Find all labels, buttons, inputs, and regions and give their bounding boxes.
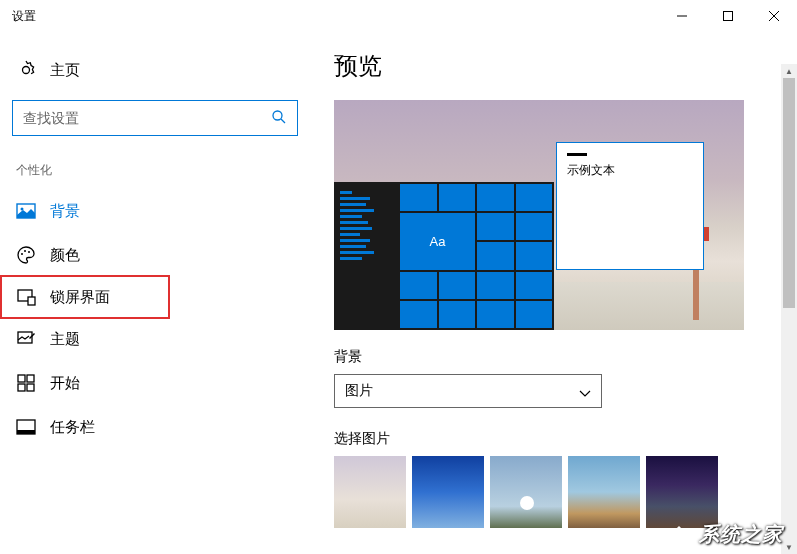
themes-icon [16, 329, 36, 349]
picture-thumb-2[interactable] [412, 456, 484, 528]
home-button[interactable]: 主页 [0, 52, 310, 88]
sidebar-item-label: 主题 [50, 330, 80, 349]
background-section-label: 背景 [334, 348, 773, 366]
picture-thumb-1[interactable] [334, 456, 406, 528]
scrollbar-down-arrow[interactable]: ▼ [781, 540, 797, 554]
preview-start-panel: Aa [334, 182, 554, 330]
sidebar-item-label: 锁屏界面 [50, 288, 110, 307]
taskbar-icon [16, 417, 36, 437]
watermark: 系统之家 [665, 520, 783, 548]
desktop-preview: Aa 示例文本 [334, 100, 744, 330]
search-input[interactable] [23, 110, 271, 126]
preview-sample-window: 示例文本 [556, 142, 704, 270]
sample-window-bar [567, 153, 587, 156]
svg-rect-19 [17, 430, 35, 434]
picture-thumb-3[interactable] [490, 456, 562, 528]
dropdown-value: 图片 [345, 382, 579, 400]
svg-point-4 [273, 111, 282, 120]
palette-icon [16, 245, 36, 265]
minimize-button[interactable] [659, 0, 705, 32]
sidebar-item-label: 颜色 [50, 246, 80, 265]
preview-heading: 预览 [334, 50, 773, 82]
start-icon [16, 373, 36, 393]
main-content: 预览 [310, 32, 797, 554]
svg-point-8 [21, 253, 23, 255]
picture-icon [16, 201, 36, 221]
svg-rect-17 [27, 384, 34, 391]
sidebar-item-start[interactable]: 开始 [0, 361, 310, 405]
sidebar-item-label: 开始 [50, 374, 80, 393]
chevron-down-icon [579, 385, 591, 397]
svg-rect-1 [724, 12, 733, 21]
lockscreen-icon [16, 287, 36, 307]
preview-tiles: Aa [398, 182, 554, 330]
picture-thumbnails [334, 456, 773, 528]
sidebar-item-label: 任务栏 [50, 418, 95, 437]
sidebar-item-taskbar[interactable]: 任务栏 [0, 405, 310, 449]
watermark-text: 系统之家 [699, 521, 783, 548]
search-box[interactable] [12, 100, 298, 136]
sidebar-item-themes[interactable]: 主题 [0, 317, 310, 361]
category-label: 个性化 [0, 154, 310, 189]
background-dropdown[interactable]: 图片 [334, 374, 602, 408]
watermark-logo-icon [665, 520, 693, 548]
svg-point-9 [24, 250, 26, 252]
sample-text: 示例文本 [567, 162, 693, 179]
scrollbar-up-arrow[interactable]: ▲ [781, 64, 797, 78]
picture-thumb-4[interactable] [568, 456, 640, 528]
close-button[interactable] [751, 0, 797, 32]
svg-rect-16 [18, 384, 25, 391]
sidebar-item-lockscreen[interactable]: 锁屏界面 [0, 275, 170, 319]
sidebar-item-background[interactable]: 背景 [0, 189, 310, 233]
picture-thumb-5[interactable] [646, 456, 718, 528]
svg-line-5 [281, 119, 285, 123]
gear-icon [16, 60, 36, 80]
window-title: 设置 [12, 8, 36, 25]
preview-taskbar [334, 182, 398, 330]
choose-picture-label: 选择图片 [334, 430, 773, 448]
titlebar: 设置 [0, 0, 797, 32]
scrollbar-thumb[interactable] [783, 78, 795, 308]
svg-rect-15 [27, 375, 34, 382]
sidebar: 主页 个性化 背景 颜色 锁 [0, 32, 310, 554]
svg-rect-14 [18, 375, 25, 382]
window-controls [659, 0, 797, 32]
sidebar-item-label: 背景 [50, 202, 80, 221]
search-icon [271, 109, 287, 128]
svg-point-10 [28, 251, 30, 253]
svg-rect-12 [28, 297, 35, 305]
home-label: 主页 [50, 61, 80, 80]
svg-rect-20 [673, 536, 685, 544]
preview-tile-aa: Aa [400, 213, 475, 269]
sidebar-item-colors[interactable]: 颜色 [0, 233, 310, 277]
maximize-button[interactable] [705, 0, 751, 32]
vertical-scrollbar[interactable]: ▲ ▼ [781, 64, 797, 554]
